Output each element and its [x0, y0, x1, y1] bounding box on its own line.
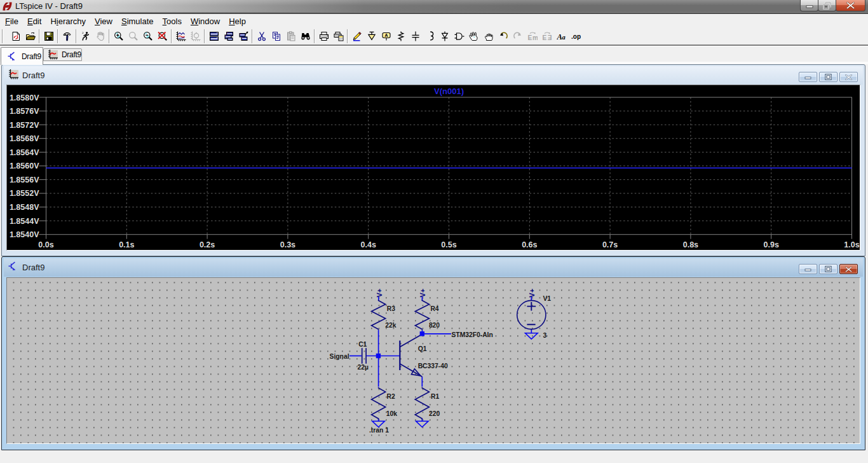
menu-window[interactable]: Window [186, 15, 224, 27]
svg-text:1.8572V: 1.8572V [10, 121, 39, 130]
svg-text:m: m [532, 34, 538, 41]
place-inductor-button[interactable] [423, 29, 437, 43]
svg-text:0.2s: 0.2s [200, 240, 215, 249]
menu-view[interactable]: View [90, 15, 117, 27]
tab-schematic-draft9[interactable]: Draft9 [1, 47, 43, 65]
rotate-button[interactable]: Em [525, 29, 539, 43]
spice-directive-button[interactable]: .op [569, 29, 583, 43]
waveform-maximize-button[interactable] [819, 72, 837, 82]
open-file-icon [25, 31, 36, 41]
waveform-minimize-button[interactable] [799, 72, 817, 82]
waveform-plot-area[interactable]: 1.8580V1.8576V1.8572V1.8568V1.8564V1.856… [6, 85, 860, 251]
menu-edit[interactable]: Edit [23, 15, 46, 27]
new-schematic-button[interactable] [8, 29, 23, 43]
menu-help[interactable]: Help [224, 15, 250, 27]
wire-junction[interactable] [376, 354, 381, 358]
cascade-windows-icon [238, 31, 248, 41]
drag-button[interactable] [481, 29, 496, 43]
grid-lines [46, 97, 852, 235]
svg-text:22k: 22k [385, 322, 396, 329]
minimize-button[interactable] [800, 0, 818, 11]
move-button[interactable] [466, 29, 481, 43]
cut-button[interactable] [254, 29, 269, 43]
autorange-y-axis-button[interactable] [173, 29, 188, 43]
close-button[interactable] [836, 0, 865, 11]
redo-button[interactable] [510, 29, 525, 43]
place-ground-button[interactable] [364, 29, 379, 43]
svg-text:E: E [527, 34, 532, 41]
net-flag-vplus[interactable]: V+ [376, 289, 383, 298]
save-button[interactable] [41, 29, 56, 43]
svg-text:1.8564V: 1.8564V [10, 148, 39, 157]
svg-text:0.6s: 0.6s [522, 240, 537, 249]
toolbar-separator [39, 29, 40, 43]
halt-simulation-icon [95, 31, 105, 41]
svg-text:10k: 10k [386, 410, 397, 417]
plot-title[interactable]: V(n001) [434, 86, 464, 96]
print-button[interactable] [316, 29, 331, 43]
schematic-maximize-button[interactable] [819, 264, 837, 274]
svg-text:1.8544V: 1.8544V [10, 217, 39, 226]
svg-text:BC337-40: BC337-40 [418, 363, 448, 370]
place-diode-button[interactable] [437, 29, 452, 43]
cascade-windows-button[interactable] [236, 29, 250, 43]
menu-file[interactable]: File [1, 15, 23, 27]
svg-text:1.0s: 1.0s [844, 240, 859, 249]
find-button[interactable] [298, 29, 313, 43]
tile-horizontally-icon [209, 31, 219, 41]
copy-button[interactable] [269, 29, 283, 43]
svg-text:1.8540V: 1.8540V [10, 230, 39, 239]
label-net-button[interactable]: A [379, 29, 393, 43]
net-flag-vplus[interactable]: V+ [528, 289, 536, 298]
schematic-close-button[interactable] [839, 264, 858, 274]
halt-simulation-button[interactable] [93, 29, 107, 43]
spice-directive-icon: .op [571, 31, 581, 41]
waveform-window-titlebar[interactable]: Draft9 [4, 66, 863, 85]
place-ground-icon [367, 31, 377, 41]
zoom-out-button[interactable] [140, 29, 155, 43]
tile-horizontally-button[interactable] [207, 29, 221, 43]
place-capacitor-button[interactable] [408, 29, 423, 43]
draw-wire-button[interactable] [349, 29, 364, 43]
svg-text:V+: V+ [376, 289, 383, 298]
svg-text:3: 3 [543, 332, 546, 339]
mirror-button[interactable]: EE [539, 29, 554, 43]
wire-junction[interactable] [420, 331, 424, 336]
svg-text:STM32F0-AIn: STM32F0-AIn [452, 331, 493, 338]
schematic-canvas[interactable]: V+V+V+R322kR4820R210kR1220C122µQ1BC337-4… [6, 277, 860, 444]
schematic-drawing: V+V+V+R322kR4820R210kR1220C122µQ1BC337-4… [7, 278, 860, 443]
tab-waveform-draft9[interactable]: Draft9 [43, 48, 82, 61]
schematic-minimize-button[interactable] [799, 264, 817, 274]
undo-icon [498, 31, 508, 41]
run-simulation-button[interactable] [78, 29, 93, 43]
place-component-button[interactable] [452, 29, 466, 43]
schematic-window-titlebar[interactable]: Draft9 [4, 258, 863, 277]
copy-icon [271, 31, 281, 41]
tile-vertically-button[interactable] [221, 29, 236, 43]
svg-text:R4: R4 [430, 305, 438, 312]
net-flag-vplus[interactable]: V+ [419, 289, 426, 298]
svg-text:.tran 1: .tran 1 [369, 427, 389, 434]
pan-plot-button[interactable] [188, 29, 203, 43]
undo-button[interactable] [496, 29, 510, 43]
zoom-back-button[interactable] [126, 29, 140, 43]
rotate-icon: Em [527, 31, 538, 41]
add-text-button[interactable]: Aa [554, 29, 569, 43]
restore-button[interactable] [818, 0, 836, 11]
svg-text:0.5s: 0.5s [441, 240, 456, 249]
svg-text:C1: C1 [358, 341, 367, 348]
zoom-out-icon [143, 31, 153, 41]
place-resistor-button[interactable] [393, 29, 408, 43]
waveform-close-button[interactable] [839, 72, 858, 82]
print-preview-button[interactable] [331, 29, 346, 43]
menu-tools[interactable]: Tools [158, 15, 186, 27]
svg-text:1.8568V: 1.8568V [10, 134, 39, 143]
menu-hierarchy[interactable]: Hierarchy [46, 15, 90, 27]
control-panel-hammer-button[interactable] [60, 29, 74, 43]
svg-text:.op: .op [571, 33, 581, 40]
zoom-in-button[interactable] [111, 29, 126, 43]
zoom-full-extents-button[interactable] [155, 29, 170, 43]
menu-simulate[interactable]: Simulate [117, 15, 158, 27]
open-file-button[interactable] [23, 29, 37, 43]
paste-button[interactable] [283, 29, 298, 43]
